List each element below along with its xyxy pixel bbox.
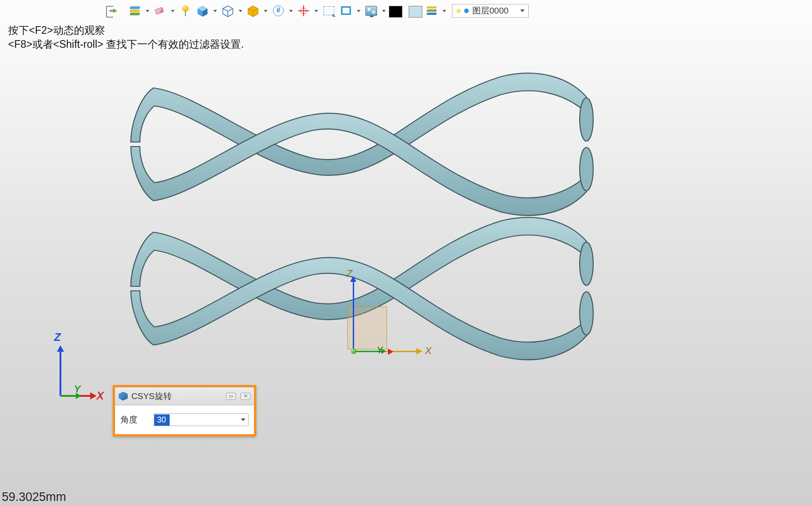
hash-target-button[interactable] xyxy=(271,3,286,18)
csys-rotate-dialog[interactable]: CSYS旋转 ▭ ✕ 角度 30 xyxy=(113,385,256,436)
hash-target-dropdown[interactable] xyxy=(288,3,294,18)
cube-wire-button[interactable] xyxy=(220,3,235,18)
hint-text: 按下<F2>动态的观察 <F8>或者<Shift-roll> 查找下一个有效的过… xyxy=(8,23,244,51)
triad-z-label: Z xyxy=(54,331,61,344)
csys-z-label: Z xyxy=(346,268,352,280)
model-csys[interactable]: Z X Y xyxy=(343,266,433,365)
view-axis-triad: Z Y X xyxy=(51,334,100,401)
bulb-icon xyxy=(456,9,461,13)
csys-y-label: Y xyxy=(377,345,383,355)
triad-x-label: X xyxy=(97,390,104,402)
angle-dropdown-icon[interactable] xyxy=(238,418,248,421)
angle-input[interactable]: 30 xyxy=(154,413,249,426)
triad-y-axis xyxy=(60,395,80,397)
hexagon-button[interactable] xyxy=(245,3,261,18)
measure-button[interactable] xyxy=(338,3,354,18)
layers-dropdown[interactable] xyxy=(144,3,151,18)
dialog-title: CSYS旋转 xyxy=(131,390,172,402)
measure-dropdown[interactable] xyxy=(355,3,362,18)
dialog-close-button[interactable]: ✕ xyxy=(240,393,250,400)
render-dropdown[interactable] xyxy=(381,3,387,18)
eraser-button[interactable] xyxy=(152,3,168,18)
swatch-foreground[interactable] xyxy=(389,6,402,18)
dialog-collapse-button[interactable]: ▭ xyxy=(226,393,236,400)
render-button[interactable] xyxy=(364,3,379,18)
dialog-header[interactable]: CSYS旋转 ▭ ✕ xyxy=(115,387,254,405)
cube-wire-dropdown[interactable] xyxy=(237,3,244,18)
dot-icon xyxy=(464,9,469,13)
csys-x-label: X xyxy=(425,345,432,357)
svg-point-7 xyxy=(580,242,593,285)
pin-button[interactable] xyxy=(178,3,193,18)
layer-stack-dropdown[interactable] xyxy=(441,3,448,18)
hint-line-1: 按下<F2>动态的观察 xyxy=(8,23,244,37)
chevron-down-icon xyxy=(520,9,525,12)
cube-shaded-button[interactable] xyxy=(195,3,210,18)
status-measure: 59.3025mm xyxy=(2,490,66,504)
hexagon-dropdown[interactable] xyxy=(263,3,269,18)
triad-z-axis xyxy=(60,346,61,396)
layer-selector-value: 图层0000 xyxy=(472,5,508,17)
svg-point-8 xyxy=(580,292,593,335)
fit-button[interactable] xyxy=(321,3,337,18)
csys-z-axis xyxy=(353,277,354,353)
eraser-dropdown[interactable] xyxy=(170,3,176,18)
dialog-body: 角度 30 xyxy=(115,405,254,434)
main-toolbar: 图层0000 xyxy=(0,1,812,21)
angle-label: 角度 xyxy=(120,414,148,426)
swatch-background[interactable] xyxy=(409,6,422,18)
exit-button[interactable] xyxy=(104,3,119,18)
layer-selector[interactable]: 图层0000 xyxy=(452,4,529,18)
csys-origin xyxy=(351,349,356,354)
layers-button[interactable] xyxy=(127,3,143,18)
crosshair-dropdown[interactable] xyxy=(313,3,319,18)
angle-value: 30 xyxy=(154,414,170,426)
crosshair-button[interactable] xyxy=(296,3,311,18)
hint-line-2: <F8>或者<Shift-roll> 查找下一个有效的过滤器设置. xyxy=(8,37,244,51)
dialog-icon xyxy=(119,392,128,401)
cube-shaded-dropdown[interactable] xyxy=(212,3,218,18)
layer-stack-button[interactable] xyxy=(424,3,439,18)
svg-point-6 xyxy=(580,147,593,191)
triad-y-label: Y xyxy=(74,383,81,395)
svg-point-5 xyxy=(580,98,593,141)
